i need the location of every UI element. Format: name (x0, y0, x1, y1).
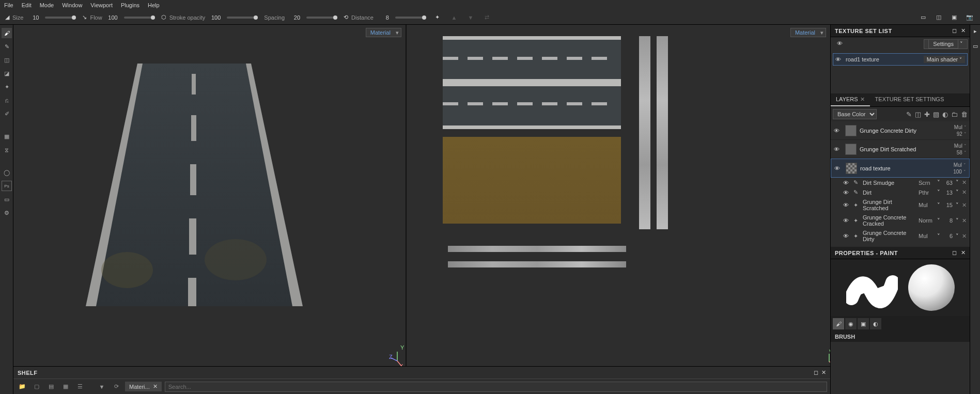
props-undock-icon[interactable]: ◻ (952, 249, 957, 256)
remove-effect-icon[interactable]: ✕ (962, 233, 967, 240)
quick-mask-icon[interactable]: ◯ (2, 167, 12, 178)
eye-icon[interactable]: 👁 (843, 233, 850, 239)
layer-effect-row[interactable]: 👁 ✎ Dirt Smudge Scrn˅ 63˅ ✕ (831, 178, 970, 187)
shelf-refresh-icon[interactable]: ⟳ (111, 381, 122, 392)
iray-icon[interactable]: ◫ (934, 13, 944, 22)
tsl-close-icon[interactable]: ✕ (961, 27, 966, 34)
camera-icon[interactable]: ▣ (949, 13, 959, 22)
perspective-icon[interactable]: ▭ (918, 13, 928, 22)
remove-effect-icon[interactable]: ✕ (962, 202, 967, 209)
link-icon[interactable]: ⇄ (482, 13, 492, 22)
layer-row[interactable]: 👁 Grunge Concrete Dirty Mul ˅ 92 ˅ (831, 121, 970, 140)
polyfill-tool-icon[interactable]: ◪ (2, 68, 12, 78)
menu-viewport[interactable]: Viewport (90, 2, 113, 8)
eraser-tool-icon[interactable]: ✎ (2, 41, 12, 52)
layer-effect-row[interactable]: 👁 ✦ Grunge Concrete Dirty Mul˅ 6˅ ✕ (831, 228, 970, 244)
flow-slider[interactable] (124, 17, 155, 19)
shelf-new-icon[interactable]: ▢ (31, 381, 42, 392)
menu-file[interactable]: File (4, 2, 13, 8)
add-effect-icon[interactable]: ✎ (906, 111, 912, 118)
eye-icon[interactable]: 👁 (835, 56, 843, 62)
layer-row[interactable]: 👁 Grunge Dirt Scratched Mul ˅ 58 ˅ (831, 140, 970, 159)
spacing-slider[interactable] (306, 17, 337, 19)
layer-row[interactable]: 👁 road texture Mul ˅ 100 ˅ (831, 159, 970, 178)
eye-icon[interactable]: 👁 (843, 190, 850, 196)
remove-effect-icon[interactable]: ✕ (962, 179, 967, 186)
texture-set-row[interactable]: 👁 road1 texture Main shader ˅ (833, 53, 968, 66)
channel-dropdown[interactable]: Base Color (833, 109, 877, 119)
prop-tab-alpha-icon[interactable]: ◉ (845, 318, 857, 329)
shelf-import-icon[interactable]: 📁 (17, 381, 28, 392)
paint-tool-icon[interactable]: 🖌 (2, 28, 12, 38)
size-slider[interactable] (45, 17, 76, 19)
shader-dropdown[interactable]: Main shader ˅ (924, 56, 965, 63)
prop-tab-brush-icon[interactable]: 🖌 (833, 318, 844, 329)
doc-icon[interactable]: ▭ (2, 194, 12, 204)
eye-icon[interactable]: 👁 (843, 217, 850, 224)
menu-window[interactable]: Window (62, 2, 82, 8)
shelf-filter-icon[interactable]: ▼ (96, 381, 107, 392)
viewport-2d[interactable]: Material V (407, 25, 830, 366)
layer-effect-row[interactable]: 👁 ✦ Grunge Dirt Scratched Mul˅ 15˅ ✕ (831, 197, 970, 213)
spacing-value[interactable]: 20 (288, 14, 300, 21)
add-smart-icon[interactable]: ◐ (942, 111, 948, 118)
shelf-close-icon[interactable]: ✕ (821, 369, 826, 375)
gear-icon[interactable]: ⚙ (2, 208, 12, 218)
eye-icon[interactable]: 👁 (834, 146, 842, 152)
ps-link-icon[interactable]: Ps (2, 181, 12, 191)
tab-layers-close-icon[interactable]: ✕ (860, 96, 865, 102)
smudge-tool-icon[interactable]: ✦ (2, 82, 12, 92)
eye-icon[interactable]: 👁 (834, 128, 842, 134)
shelf-thumb-small-icon[interactable]: ▤ (45, 381, 57, 392)
tab-texture-set-settings[interactable]: TEXTURE SET SETTINGS (870, 93, 950, 106)
rail-collapse-icon[interactable]: ▸ (974, 28, 977, 35)
delete-layer-icon[interactable]: 🗑 (961, 111, 968, 118)
tsl-settings-dropdown[interactable]: Settings ˅ (924, 39, 968, 49)
props-close-icon[interactable]: ✕ (961, 249, 966, 256)
layer-effect-row[interactable]: 👁 ✎ Dirt Pthr˅ 13˅ ✕ (831, 187, 970, 197)
shelf-tab-close-icon[interactable]: ✕ (153, 383, 158, 390)
prop-tab-material-icon[interactable]: ◐ (870, 318, 881, 329)
viewport-2d-mode-dropdown[interactable]: Material (790, 28, 826, 37)
add-layer-icon[interactable]: ✚ (924, 111, 930, 118)
size-value[interactable]: 10 (26, 14, 39, 21)
remove-effect-icon[interactable]: ✕ (962, 189, 967, 196)
shelf-tab-materials[interactable]: Materi...✕ (125, 382, 162, 391)
hourglass-icon[interactable]: ⧖ (2, 145, 12, 155)
opacity-slider[interactable] (227, 17, 258, 19)
viewport-3d-mode-dropdown[interactable]: Material (366, 28, 401, 37)
viewport-3d[interactable]: Material (13, 25, 406, 366)
tsl-undock-icon[interactable]: ◻ (952, 27, 957, 34)
projection-tool-icon[interactable]: ◫ (2, 55, 12, 65)
tab-layers[interactable]: LAYERS✕ (831, 93, 870, 106)
opacity-value[interactable]: 100 (208, 14, 221, 21)
add-fill-icon[interactable]: ▧ (933, 111, 939, 118)
shelf-thumb-large-icon[interactable]: ▦ (60, 381, 71, 392)
menu-mode[interactable]: Mode (40, 2, 54, 8)
substance-icon[interactable]: ▦ (2, 131, 12, 141)
menu-edit[interactable]: Edit (22, 2, 32, 8)
shelf-search-input[interactable] (165, 382, 827, 392)
mirror-y-icon[interactable]: ▼ (465, 13, 476, 22)
menu-help[interactable]: Help (148, 2, 160, 8)
visibility-all-icon[interactable]: 👁 (833, 39, 847, 49)
eye-icon[interactable]: 👁 (843, 180, 850, 186)
prop-tab-stencil-icon[interactable]: ▣ (858, 318, 869, 329)
mirror-x-icon[interactable]: ▲ (449, 13, 459, 22)
symmetry-icon[interactable]: ✦ (432, 13, 443, 22)
rail-panel-icon[interactable]: ▭ (973, 43, 978, 50)
remove-effect-icon[interactable]: ✕ (962, 217, 967, 224)
add-folder-icon[interactable]: 🗀 (951, 111, 958, 118)
render-icon[interactable]: 📷 (965, 13, 975, 22)
shelf-undock-icon[interactable]: ◻ (814, 369, 818, 375)
eye-icon[interactable]: 👁 (834, 165, 843, 171)
picker-tool-icon[interactable]: ✐ (2, 108, 12, 119)
eye-icon[interactable]: 👁 (843, 202, 850, 208)
add-mask-icon[interactable]: ◫ (915, 111, 921, 118)
shelf-list-icon[interactable]: ☰ (74, 381, 86, 392)
menu-plugins[interactable]: Plugins (121, 2, 139, 8)
brush-tip-icon[interactable]: ◢ (5, 14, 9, 21)
clone-tool-icon[interactable]: ⎌ (2, 95, 12, 105)
flow-value[interactable]: 100 (105, 14, 118, 21)
layer-effect-row[interactable]: 👁 ✦ Grunge Concrete Cracked Norm˅ 8˅ ✕ (831, 213, 970, 228)
